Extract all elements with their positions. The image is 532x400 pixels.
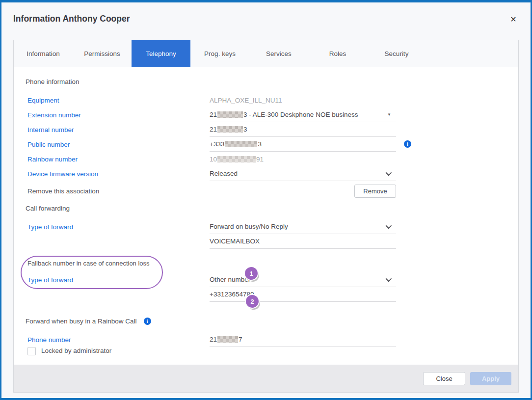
fallback-type-of-forward-row: Type of forward Other number 1	[14, 272, 518, 287]
section-phone-information: Phone information	[14, 74, 518, 89]
forward-destination-row: VOICEMAILBOX	[14, 234, 518, 249]
internal-number-label[interactable]: Internal number	[27, 122, 210, 137]
type-of-forward-select[interactable]: Forward on busy/No Reply	[210, 219, 396, 234]
extension-number-select[interactable]: 213 - ALE-300 Deskphone NOE business ▼	[210, 107, 396, 122]
redacted-text	[217, 126, 243, 133]
tab-information[interactable]: Information	[14, 40, 73, 67]
rainbow-number-row: Rainbow number 1091	[14, 152, 518, 166]
tab-roles[interactable]: Roles	[308, 40, 367, 67]
close-icon[interactable]: ✕	[508, 14, 519, 25]
rainbow-busy-header: Forward when busy in a Rainbow Call	[26, 318, 137, 325]
device-firmware-select[interactable]: Released	[210, 166, 396, 181]
tab-bar: Information Permissions Telephony Prog. …	[14, 40, 518, 67]
remove-association-label: Remove this association	[27, 187, 210, 195]
chevron-down-icon	[386, 170, 392, 176]
tab-prog-keys[interactable]: Prog. keys	[190, 40, 249, 67]
public-number-input[interactable]: +3333 i	[210, 137, 396, 152]
type-of-forward-row: Type of forward Forward on busy/No Reply	[14, 219, 518, 234]
fallback-other-number-row: +33123654789 2	[14, 287, 518, 302]
equipment-label[interactable]: Equipment	[27, 93, 210, 107]
remove-button[interactable]: Remove	[354, 185, 396, 198]
redacted-text	[217, 156, 256, 162]
remove-association-row: Remove this association Remove	[14, 181, 518, 201]
close-button[interactable]: Close	[423, 372, 465, 385]
chevron-down-icon	[386, 276, 392, 282]
locked-checkbox-label: Locked by administrator	[41, 347, 111, 363]
fallback-section: Fallback number in case of connection lo…	[14, 256, 518, 302]
device-firmware-row: Device firmware version Released	[14, 166, 518, 181]
dialog-title: Information Anthony Cooper	[13, 14, 130, 24]
redacted-text	[225, 141, 257, 147]
internal-number-value: 213	[210, 126, 247, 133]
device-firmware-label[interactable]: Device firmware version	[27, 166, 210, 181]
extension-number-label[interactable]: Extension number	[27, 107, 210, 122]
public-number-row: Public number +3333 i	[14, 137, 518, 152]
tab-security[interactable]: Security	[367, 40, 426, 67]
chevron-down-icon	[386, 223, 392, 229]
fallback-type-of-forward-value: Other number	[210, 276, 250, 283]
public-number-label[interactable]: Public number	[27, 137, 210, 152]
type-of-forward-label[interactable]: Type of forward	[27, 219, 210, 234]
fallback-type-of-forward-select[interactable]: Other number 1	[210, 272, 396, 287]
rainbow-number-label[interactable]: Rainbow number	[27, 152, 210, 166]
voicemailbox-value: VOICEMAILBOX	[210, 238, 260, 245]
fallback-header-row: Fallback number in case of connection lo…	[14, 256, 518, 270]
equipment-value: ALPHA_OXE_ILL_NU11	[210, 93, 396, 107]
device-firmware-value: Released	[210, 170, 238, 177]
redacted-text	[217, 336, 238, 343]
info-icon[interactable]: i	[404, 140, 411, 148]
dropdown-arrow-icon: ▼	[387, 112, 391, 117]
dialog-footer: Close Apply	[14, 365, 518, 392]
public-number-value: +3333	[210, 140, 262, 148]
user-information-dialog: Information Anthony Cooper ✕ Information…	[0, 0, 532, 400]
type-of-forward-value: Forward on busy/No Reply	[210, 223, 288, 230]
fallback-header: Fallback number in case of connection lo…	[27, 256, 210, 270]
fallback-other-number-input[interactable]: +33123654789 2	[210, 287, 396, 302]
apply-button[interactable]: Apply	[470, 372, 511, 385]
section-call-forwarding: Call forwarding	[14, 201, 518, 215]
rainbow-number-value: 1091	[210, 152, 396, 166]
redacted-text	[217, 111, 243, 118]
extension-number-row: Extension number 213 - ALE-300 Deskphone…	[14, 107, 518, 122]
equipment-row: Equipment ALPHA_OXE_ILL_NU11	[14, 93, 518, 107]
dialog-panel: Information Permissions Telephony Prog. …	[13, 40, 519, 393]
telephony-tab-content: Phone information Equipment ALPHA_OXE_IL…	[14, 67, 518, 365]
info-icon[interactable]: i	[144, 318, 151, 325]
locked-by-admin-row: Locked by administrator	[14, 347, 518, 363]
busy-phone-number-label[interactable]: Phone number	[27, 332, 210, 347]
busy-phone-number-row: Phone number 217	[14, 332, 518, 347]
busy-phone-number-value: 217	[210, 336, 242, 343]
internal-number-input[interactable]: 213	[210, 122, 396, 137]
step-badge-1: 1	[245, 267, 258, 280]
tab-permissions[interactable]: Permissions	[73, 40, 132, 67]
extension-number-value: 213 - ALE-300 Deskphone NOE business	[210, 111, 358, 118]
tab-services[interactable]: Services	[249, 40, 308, 67]
step-badge-2: 2	[246, 295, 259, 308]
locked-checkbox[interactable]	[27, 347, 36, 355]
voicemailbox-input[interactable]: VOICEMAILBOX	[210, 234, 396, 249]
fallback-type-of-forward-label[interactable]: Type of forward	[27, 272, 210, 287]
tab-telephony[interactable]: Telephony	[132, 40, 190, 67]
busy-phone-number-input[interactable]: 217	[210, 332, 396, 347]
section-rainbow-busy: Forward when busy in a Rainbow Call i	[14, 314, 518, 328]
internal-number-row: Internal number 213	[14, 122, 518, 137]
